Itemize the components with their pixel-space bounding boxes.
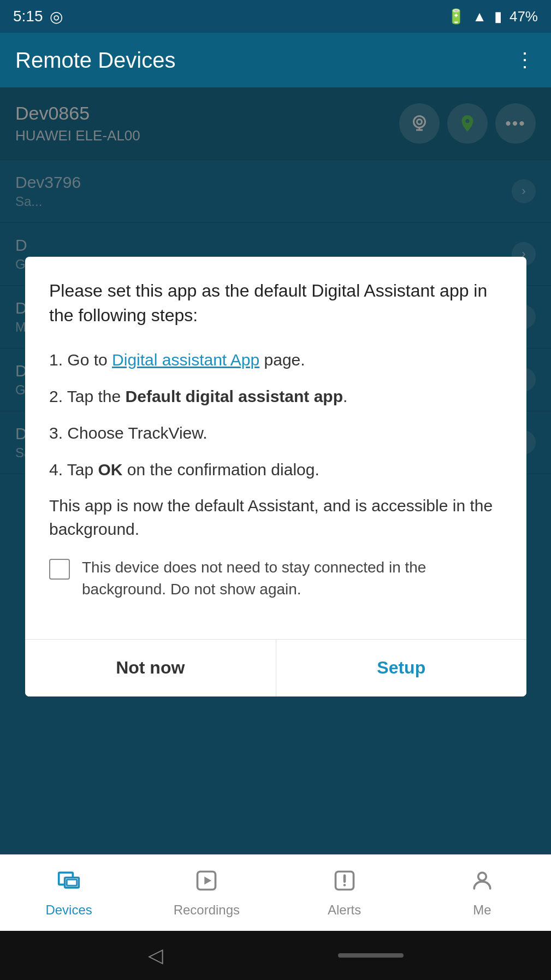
nav-item-alerts[interactable]: Alerts (276, 855, 413, 931)
recordings-icon (194, 869, 218, 898)
svg-point-12 (478, 872, 487, 881)
nav-label-devices: Devices (45, 902, 92, 918)
app-bar: Remote Devices ⋮ (0, 33, 551, 87)
checkbox-label: This device does not need to stay connec… (82, 557, 502, 601)
home-button[interactable] (338, 953, 404, 958)
dialog: Please set this app as the default Digit… (25, 257, 526, 696)
app-title: Remote Devices (15, 48, 175, 73)
time: 5:15 (13, 8, 43, 25)
system-nav: ◁ (0, 931, 551, 980)
dialog-step-4: 4. Tap OK on the confirmation dialog. (49, 457, 502, 482)
bottom-nav: Devices Recordings Alerts Me (0, 854, 551, 931)
location-icon: ◎ (50, 8, 63, 26)
me-icon (470, 869, 494, 898)
dialog-body: Please set this app as the default Digit… (25, 257, 526, 623)
devices-icon (57, 869, 81, 898)
setup-button[interactable]: Setup (276, 640, 527, 696)
vibrate-icon: 🔋 (447, 8, 465, 25)
back-button[interactable]: ◁ (148, 944, 163, 967)
nav-item-devices[interactable]: Devices (0, 855, 138, 931)
svg-point-11 (343, 884, 345, 886)
dialog-note: This app is now the default Assistant, a… (49, 494, 502, 541)
dialog-step-1: 1. Go to Digital assistant App page. (49, 347, 502, 372)
nav-label-alerts: Alerts (328, 902, 361, 918)
not-now-button[interactable]: Not now (25, 640, 276, 696)
status-left: 5:15 ◎ (13, 8, 63, 26)
status-bar: 5:15 ◎ 🔋 ▲ ▮ 47% (0, 0, 551, 33)
battery-percent: 47% (509, 8, 538, 25)
svg-marker-8 (205, 876, 212, 884)
battery-icon: ▮ (494, 8, 502, 25)
alerts-icon (333, 869, 357, 898)
dialog-actions: Not now Setup (25, 640, 526, 696)
more-options-icon[interactable]: ⋮ (515, 49, 536, 72)
nav-label-me: Me (473, 902, 491, 918)
nav-item-me[interactable]: Me (413, 855, 551, 931)
nav-label-recordings: Recordings (174, 902, 240, 918)
digital-assistant-link[interactable]: Digital assistant App (112, 351, 259, 369)
do-not-show-checkbox[interactable] (49, 559, 70, 580)
dialog-step-3: 3. Choose TrackView. (49, 421, 502, 445)
wifi-icon: ▲ (472, 8, 487, 25)
main-content: Dev0865 HUAWEI ELE-AL00 ••• (0, 87, 551, 854)
nav-item-recordings[interactable]: Recordings (138, 855, 275, 931)
dialog-checkbox-row: This device does not need to stay connec… (49, 557, 502, 601)
dialog-step-2: 2. Tap the Default digital assistant app… (49, 384, 502, 409)
dialog-title: Please set this app as the default Digit… (49, 279, 502, 328)
status-right: 🔋 ▲ ▮ 47% (447, 8, 538, 25)
